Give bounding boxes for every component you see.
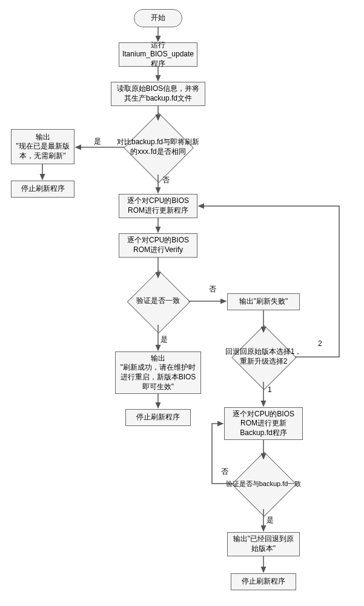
verify-backup-diamond: [231, 451, 296, 516]
compare-diamond: [124, 113, 194, 183]
output-fail-node: 输出"刷新失败": [227, 293, 300, 310]
yes-label-1: 是: [94, 136, 101, 147]
opt1-label: 1: [268, 385, 272, 394]
output-success-node: 输出 "刷新成功，请在维护时进行重启，新版本BIOS即可生效": [115, 351, 201, 394]
no-label-2: 否: [209, 284, 216, 295]
yes-label-3: 是: [266, 515, 274, 525]
output-latest-node: 输出 "现在已是最新版本，无需刷新": [11, 129, 74, 164]
update-backup-node: 逐个对CPU的BIOS ROM进行更新Backup.fd程序: [224, 407, 303, 440]
verify-cpu-node: 逐个对CPU的BIOS ROM进行Verify: [119, 233, 197, 258]
no-label-1: 否: [162, 175, 170, 185]
read-bios-node: 读取原始BIOS信息，并将其生产backup.fd文件: [111, 82, 205, 106]
rollback-diamond: [231, 325, 296, 390]
stop-refresh-2-node: 停止刷新程序: [125, 409, 191, 426]
opt2-label: 2: [318, 339, 322, 348]
output-rollback-node: 输出"已经回退到原始版本": [227, 532, 300, 556]
yes-label-2: 是: [160, 335, 168, 345]
start-node: 开始: [134, 9, 182, 27]
stop-refresh-3-node: 停止刷新程序: [231, 573, 296, 590]
verify-diamond: [127, 270, 191, 334]
run-program-node: 运行Itanium_BIOS_update程序: [119, 42, 197, 67]
update-cpu-node: 逐个对CPU的BIOS ROM进行更新程序: [119, 194, 197, 218]
no-label-3: 否: [221, 467, 228, 477]
stop-refresh-1-node: 停止刷新程序: [11, 181, 74, 198]
